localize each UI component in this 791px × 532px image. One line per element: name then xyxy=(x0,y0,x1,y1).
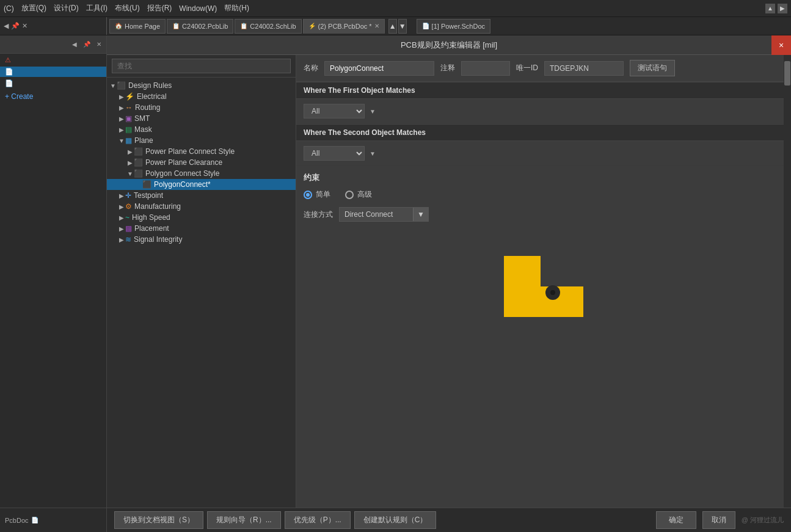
sidebar-top: ◀ 📌 ✕ xyxy=(0,35,106,54)
toggle-plane[interactable]: ▼ xyxy=(118,137,125,144)
home-icon: 🏠 xyxy=(115,23,122,29)
rule-header: 名称 注释 唯一ID 测试语句 xyxy=(296,55,791,82)
create-default-btn[interactable]: 创建默认规则（C） xyxy=(354,511,437,529)
menu-tools[interactable]: 工具(I) xyxy=(86,3,108,13)
toggle-routing[interactable]: ▶ xyxy=(118,104,125,111)
sidebar-btn-3[interactable]: ✕ xyxy=(94,40,104,49)
toggle-smt[interactable]: ▶ xyxy=(118,115,125,122)
toggle-manufacturing[interactable]: ▶ xyxy=(118,203,125,210)
svg-rect-1 xyxy=(541,256,583,286)
connect-method-row: 连接方式 Direct Connect Relief Connect No Co… xyxy=(304,207,784,222)
tab-home[interactable]: 🏠 Home Page xyxy=(109,19,166,34)
tree-node-design-rules[interactable]: ▼ ⬛ Design Rules xyxy=(107,80,296,91)
schlib-icon: 📋 xyxy=(240,23,247,29)
placement-icon: ▩ xyxy=(125,224,132,233)
tree-node-polygon-connect[interactable]: ⬛ PolygonConnect* xyxy=(107,179,296,190)
second-match-arrow: ▼ xyxy=(370,150,376,157)
confirm-btn[interactable]: 确定 xyxy=(656,511,696,529)
sidebar-btn-2[interactable]: 📌 xyxy=(82,40,92,49)
switch-doc-btn[interactable]: 切换到文档视图（S） xyxy=(114,511,203,529)
signal-icon: ≋ xyxy=(125,235,131,244)
connect-label: 连接方式 xyxy=(304,210,333,220)
tree-node-smt[interactable]: ▶ ▣ SMT xyxy=(107,113,296,124)
tree-node-routing[interactable]: ▶ ↔ Routing xyxy=(107,102,296,113)
rule-name-input[interactable] xyxy=(324,61,434,76)
tab-bar-right: 🏠 Home Page 📋 C24002.PcbLib 📋 C24002.Sch… xyxy=(107,19,791,34)
tree-node-testpoint[interactable]: ▶ ✛ Testpoint xyxy=(107,190,296,201)
tab-scroll-up[interactable]: ▲ xyxy=(388,19,397,34)
menu-report[interactable]: 报告(R) xyxy=(147,3,172,13)
rule-id-input[interactable] xyxy=(544,61,624,76)
tab-scroll-down[interactable]: ▼ xyxy=(398,19,407,34)
toggle-polygon-style[interactable]: ▼ xyxy=(126,170,134,177)
menu-design[interactable]: 设计(D) xyxy=(54,3,79,13)
toggle-high-speed[interactable]: ▶ xyxy=(118,214,125,221)
schdoc-icon: 📄 xyxy=(422,23,429,29)
test-btn[interactable]: 测试语句 xyxy=(630,60,675,76)
tree-node-electrical[interactable]: ▶ ⚡ Electrical xyxy=(107,91,296,102)
scrollbar-thumb[interactable] xyxy=(784,61,790,86)
connect-select-wrapper: Direct Connect Relief Connect No Connect… xyxy=(339,207,429,222)
first-match-row: All ▼ xyxy=(296,99,791,124)
menu-c[interactable]: (C) xyxy=(4,4,14,13)
radio-simple[interactable]: 简单 xyxy=(304,189,330,200)
priority-btn[interactable]: 优先级（P）... xyxy=(285,511,351,529)
tab-bar: ◀ 📌 ✕ 🏠 Home Page 📋 C24002.PcbLib 📋 C240… xyxy=(0,17,791,35)
dialog-close-btn[interactable]: × xyxy=(771,35,791,55)
create-button[interactable]: + Create xyxy=(0,90,106,103)
tree-node-plane[interactable]: ▼ ▦ Plane xyxy=(107,135,296,146)
menu-place[interactable]: 放置(Q) xyxy=(21,3,46,13)
radio-simple-circle xyxy=(304,191,312,199)
tab-pcbdoc-close[interactable]: ✕ xyxy=(374,23,379,29)
toggle-ppc[interactable]: ▶ xyxy=(126,159,134,166)
rules-icon: ⬛ xyxy=(117,81,126,90)
tab-pcbdoc[interactable]: ⚡ (2) PCB.PcbDoc * ✕ xyxy=(303,19,385,34)
toggle-testpoint[interactable]: ▶ xyxy=(118,192,125,199)
tab-pcblib[interactable]: 📋 C24002.PcbLib xyxy=(167,19,233,34)
sidebar-btn-1[interactable]: ◀ xyxy=(70,40,79,49)
menu-route[interactable]: 布线(U) xyxy=(115,3,140,13)
tree-node-high-speed[interactable]: ▶ ~ High Speed xyxy=(107,212,296,223)
left-sidebar: ◀ 📌 ✕ ⚠ 📄 📄 + Create PcbDoc 📄 xyxy=(0,35,107,532)
toggle-mask[interactable]: ▶ xyxy=(118,126,125,133)
connect-select[interactable]: Direct Connect Relief Connect No Connect xyxy=(340,208,413,221)
preview-area xyxy=(304,231,784,329)
tree-node-manufacturing[interactable]: ▶ ⚙ Manufacturing xyxy=(107,201,296,212)
search-input[interactable] xyxy=(112,59,291,73)
second-match-select[interactable]: All xyxy=(304,146,365,161)
tree-node-signal-integrity[interactable]: ▶ ≋ Signal Integrity xyxy=(107,234,296,245)
nav-right-btn[interactable]: ▶ xyxy=(778,4,787,13)
tab-schlib[interactable]: 📋 C24002.SchLib xyxy=(235,19,301,34)
scrollbar-track[interactable] xyxy=(784,55,791,508)
tree-label-polygon-connect: PolygonConnect* xyxy=(154,180,211,189)
menu-window[interactable]: Window(W) xyxy=(179,4,217,13)
toggle-signal-integrity[interactable]: ▶ xyxy=(118,236,125,243)
tree-label-signal-integrity: Signal Integrity xyxy=(134,235,182,244)
rule-note-input[interactable] xyxy=(461,61,510,76)
first-match-arrow: ▼ xyxy=(370,108,376,115)
tree-node-ppc[interactable]: ▶ ⬛ Power Plane Clearance xyxy=(107,157,296,168)
plane-icon: ▦ xyxy=(125,136,132,145)
rule-wizard-btn[interactable]: 规则向导（R）... xyxy=(207,511,281,529)
tab-close-left[interactable]: ✕ xyxy=(22,22,27,30)
toggle-design-rules[interactable]: ▼ xyxy=(109,82,117,89)
first-match-header: Where The First Object Matches xyxy=(296,82,791,99)
cancel-btn[interactable]: 取消 xyxy=(702,511,735,529)
first-match-select[interactable]: All xyxy=(304,104,365,118)
toggle-placement[interactable]: ▶ xyxy=(118,225,125,232)
toggle-ppcs[interactable]: ▶ xyxy=(126,148,134,155)
tab-left-arrow[interactable]: ◀ xyxy=(4,22,9,30)
sidebar-selected-item[interactable]: 📄 xyxy=(0,67,106,77)
toggle-electrical[interactable]: ▶ xyxy=(118,93,125,100)
menu-help[interactable]: 帮助(H) xyxy=(224,3,249,13)
search-bar xyxy=(107,55,296,78)
tree-node-mask[interactable]: ▶ ▤ Mask xyxy=(107,124,296,135)
tab-schdoc[interactable]: 📄 [1] Power.SchDoc xyxy=(417,19,490,34)
tree-node-placement[interactable]: ▶ ▩ Placement xyxy=(107,223,296,234)
tree-node-polygon-style[interactable]: ▼ ⬛ Polygon Connect Style xyxy=(107,168,296,179)
nav-up-btn[interactable]: ▲ xyxy=(765,4,775,13)
tab-pin[interactable]: 📌 xyxy=(11,22,20,30)
tree-node-ppcs[interactable]: ▶ ⬛ Power Plane Connect Style xyxy=(107,146,296,157)
connect-dropdown-btn[interactable]: ▼ xyxy=(413,208,428,221)
radio-advanced[interactable]: 高级 xyxy=(345,189,372,200)
